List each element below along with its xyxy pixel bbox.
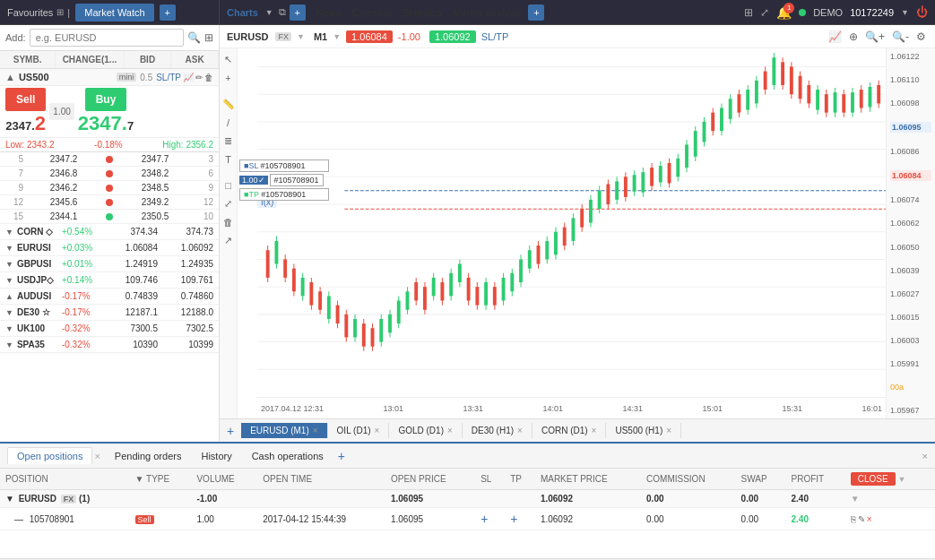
expand-tool[interactable]: ⤢ [222,196,234,211]
tab-close-icon[interactable]: × [375,426,380,435]
market-analysis-tab[interactable]: Market analysis [453,7,521,18]
settings-icon[interactable]: ⚙ [914,29,928,45]
list-item[interactable]: ▼ SPA35 -0.32% 10390 10399 [0,337,219,353]
x-label: 13:31 [463,404,484,413]
plus-icon-charts[interactable]: + [290,4,306,21]
tab-close-icon[interactable]: × [447,426,453,435]
share-tool[interactable]: ↗ [222,233,234,248]
account-dropdown[interactable]: ▼ [901,8,909,17]
crosshair-icon[interactable]: ⊕ [847,29,860,45]
us500-sl-tp[interactable]: SL/TP [156,73,181,82]
us500-chart-icon[interactable]: 📈 [183,73,194,82]
positions-close-icon[interactable]: × [94,451,100,461]
fib-tool[interactable]: ≣ [222,134,234,149]
position-cell: — 105708901 [0,508,130,530]
tab-open-positions[interactable]: Open positions [7,447,92,464]
add-tab-bottom[interactable]: + [338,449,345,463]
line-chart-icon[interactable]: 📈 [827,29,844,45]
tab-us500[interactable]: US500 (H1) × [606,423,681,438]
power-icon[interactable]: ⏻ [916,5,928,19]
chart-symbol[interactable]: EURUSD [227,31,268,42]
grid-icon[interactable]: ⊞ [744,6,753,19]
sl-tp-label[interactable]: SL/TP [481,31,509,42]
line-tool[interactable]: 📏 [221,97,237,112]
delete-icon[interactable]: × [867,514,872,524]
tab-eurusd[interactable]: EURUSD (M1) × [241,423,327,438]
market-watch-tab[interactable]: Market Watch [75,4,153,22]
close-panel-icon[interactable]: × [922,451,928,461]
search-input[interactable] [30,29,184,47]
text-tool[interactable]: T [223,152,233,167]
close-dropdown[interactable]: ▼ [897,475,905,484]
tab-close-icon[interactable]: × [592,426,597,435]
favourites-label: Favourites [7,7,53,18]
grid-view-icon[interactable]: ⊞ [204,31,213,44]
close-all-button[interactable]: CLOSE [851,472,896,486]
list-item[interactable]: ▼ DE30 ☆ -0.17% 12187.1 12188.0 [0,305,219,321]
sell-button[interactable]: Sell [5,88,46,111]
us500-expand[interactable]: ▲ [5,72,15,82]
y-label: 1.06050 [890,243,931,252]
add-chart-tab[interactable]: + [220,421,241,441]
symbol-change: +0.14% [62,275,102,285]
tab-pending-orders[interactable]: Pending orders [106,448,191,464]
zoom-out-icon[interactable]: 🔍- [890,29,911,45]
tab-de30[interactable]: DE30 (H1) × [463,423,532,438]
symbol-change: +0.54% [62,227,102,237]
level-indicator [106,185,113,192]
crosshair-tool[interactable]: + [223,71,232,85]
main-container: Add: 🔍 ⊞ SYMB. CHANGE(1... BID ASK ▲ US5… [0,25,935,442]
list-item[interactable]: ▼ USDJP◇ +0.14% 109.746 109.761 [0,272,219,289]
edit-icon[interactable]: ✎ [858,514,865,524]
us500-edit-icon[interactable]: ✏ [195,73,203,82]
tab-history[interactable]: History [192,448,240,464]
cursor-tool[interactable]: ↖ [222,52,234,67]
symbol-ask: 374.73 [158,227,213,237]
list-item[interactable]: ▼ CORN ◇ +0.54% 374.34 374.73 [0,224,219,240]
tab-close-icon[interactable]: × [517,426,523,435]
tp-cell[interactable]: + [505,508,535,530]
charts-dropdown[interactable]: ▼ [265,8,273,17]
tab-close-icon[interactable]: × [313,426,318,435]
add-market-watch[interactable]: + [160,4,176,21]
list-item[interactable]: ▼ UK100 -0.32% 7300.5 7302.5 [0,321,219,337]
chevron-down-icon[interactable]: ▼ [851,494,860,504]
notification-icon[interactable]: 🔔1 [776,5,792,20]
shapes-tool[interactable]: □ [223,178,233,193]
buy-button[interactable]: Buy [85,88,127,111]
tab-corn[interactable]: CORN (D1) × [532,423,607,438]
tab-label: EURUSD (M1) [250,426,309,435]
tf-dropdown[interactable]: ▼ [333,32,341,41]
news-tab[interactable]: News [316,7,342,18]
us500-change-pct: -0.18% [94,140,123,150]
charts-tab[interactable]: Charts [227,7,258,18]
statistics-tab[interactable]: Statistics [403,7,442,18]
window-icon[interactable]: ⧉ [279,6,286,18]
add-tab-icon[interactable]: + [528,4,544,21]
list-item[interactable]: ▲ AUDUSI -0.17% 0.74839 0.74860 [0,289,219,305]
copy-icon[interactable]: ⎘ [851,514,856,524]
trendline-tool[interactable]: / [225,116,231,130]
tab-oil[interactable]: OIL (D1) × [328,423,390,438]
list-item[interactable]: ▼ EURUSI +0.03% 1.06084 1.06092 [0,240,219,256]
search-icon[interactable]: 🔍 [187,31,201,44]
tab-close-icon[interactable]: × [666,426,671,435]
zoom-in-icon[interactable]: 🔍+ [863,29,887,45]
expand-icon[interactable]: ⤢ [760,6,769,19]
x-label: 15:01 [702,404,723,413]
list-item[interactable]: ▼ GBPUSI +0.01% 1.24919 1.24935 [0,256,219,272]
calendar-tab[interactable]: Calendar [351,7,392,18]
timeframe[interactable]: M1 [314,31,327,42]
fx-dropdown[interactable]: ▼ [297,32,305,41]
us500-delete-icon[interactable]: 🗑 [204,73,213,82]
sl-cell[interactable]: + [475,508,505,530]
connection-indicator [799,9,806,16]
y-label: 1.06039 [890,266,931,275]
delete-tool[interactable]: 🗑 [221,215,235,229]
tab-cash-operations[interactable]: Cash operations [243,448,333,464]
expand-arrow[interactable]: ▼ [5,494,14,504]
open-price-cell: 1.06095 [385,508,475,530]
order-labels: ■SL #105708901 1.00✓ #105708901 ■TP #105… [239,159,329,201]
demo-label: DEMO [813,7,843,18]
tab-gold[interactable]: GOLD (D1) × [389,423,462,438]
